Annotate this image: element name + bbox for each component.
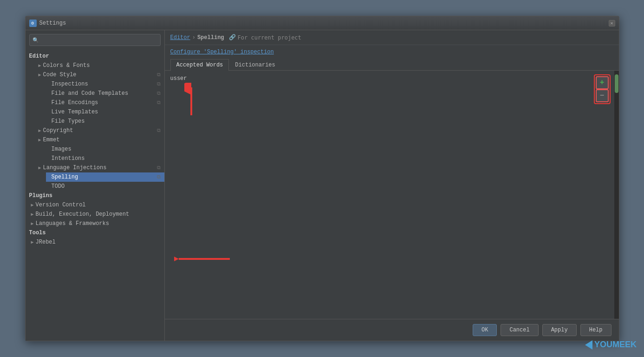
copy-icon: ⧉ xyxy=(157,174,161,180)
watermark: YOUMEEK xyxy=(585,340,637,350)
scrollbar[interactable] xyxy=(614,71,619,319)
expand-arrow-icon: ▶ xyxy=(31,202,34,208)
copy-icon: ⧉ xyxy=(157,91,161,96)
sidebar-item-spelling[interactable]: Spelling ⧉ xyxy=(46,172,164,182)
search-icon: 🔍 xyxy=(33,37,39,43)
sidebar-item-version-control[interactable]: ▶ Version Control xyxy=(26,200,164,210)
sidebar-item-emmet[interactable]: ▶ Emmet xyxy=(33,135,164,145)
version-control-label: Version Control xyxy=(36,202,86,208)
expand-arrow-icon: ▶ xyxy=(39,128,41,133)
word-list: usser xyxy=(165,71,590,319)
spelling-label: Spelling xyxy=(52,174,78,180)
tools-label: Tools xyxy=(29,230,46,236)
sidebar-item-images[interactable]: Images xyxy=(46,145,164,154)
file-encodings-label: File Encodings xyxy=(52,99,98,106)
add-word-button[interactable]: + xyxy=(596,76,609,89)
sidebar-item-tools[interactable]: Tools xyxy=(26,228,164,238)
sidebar-item-todo[interactable]: TODO xyxy=(46,182,164,191)
breadcrumb: Editor › Spelling 🔗 For current project xyxy=(165,30,619,45)
languages-frameworks-label: Languages & Frameworks xyxy=(36,220,109,227)
file-types-label: File Types xyxy=(52,118,85,125)
breadcrumb-separator: › xyxy=(192,34,195,41)
word-with-annotation: usser xyxy=(170,74,187,83)
sidebar-item-plugins[interactable]: Plugins xyxy=(26,191,164,200)
breadcrumb-note: For current project xyxy=(238,34,301,41)
settings-window: ⚙ Settings ✕ 🔍 Editor ▶ Colors & Fonts xyxy=(25,16,619,341)
action-buttons-container: + − xyxy=(594,74,611,104)
images-label: Images xyxy=(52,146,72,152)
sidebar-item-build-execution[interactable]: ▶ Build, Execution, Deployment xyxy=(26,210,164,219)
expand-arrow-icon: ▶ xyxy=(39,63,41,68)
apply-button[interactable]: Apply xyxy=(542,324,577,336)
copyright-label: Copyright xyxy=(43,127,73,134)
breadcrumb-current: Spelling xyxy=(197,34,224,41)
sidebar-item-intentions[interactable]: Intentions xyxy=(46,154,164,163)
main-panel: Editor › Spelling 🔗 For current project … xyxy=(165,30,619,341)
nav-section: Editor ▶ Colors & Fonts ▶ Code Style ⧉ I xyxy=(26,50,164,249)
sidebar-item-editor[interactable]: Editor xyxy=(26,52,164,61)
expand-arrow-icon: ▶ xyxy=(39,72,41,78)
search-input[interactable] xyxy=(41,37,157,43)
sidebar-item-file-encodings[interactable]: File Encodings ⧉ xyxy=(46,98,164,107)
sidebar-item-file-types[interactable]: File Types xyxy=(46,117,164,126)
tabs: Accepted Words Dictionaries xyxy=(165,59,619,71)
up-arrow-annotation xyxy=(184,83,198,117)
configure-inspection-link[interactable]: Configure 'Spelling' inspection xyxy=(165,45,619,59)
sidebar-item-languages-frameworks[interactable]: ▶ Languages & Frameworks xyxy=(26,219,164,228)
remove-word-button[interactable]: − xyxy=(596,89,609,102)
tab-accepted-words[interactable]: Accepted Words xyxy=(170,59,229,71)
build-execution-label: Build, Execution, Deployment xyxy=(36,211,130,218)
tab-content: usser xyxy=(165,71,619,319)
sidebar-item-code-style[interactable]: ▶ Code Style ⧉ xyxy=(33,70,164,79)
sidebar-item-inspections[interactable]: Inspections ⧉ xyxy=(46,79,164,89)
expand-arrow-icon: ▶ xyxy=(31,239,34,245)
close-button[interactable]: ✕ xyxy=(609,20,615,26)
breadcrumb-editor-link[interactable]: Editor xyxy=(170,34,190,41)
sidebar-item-live-templates[interactable]: Live Templates xyxy=(46,107,164,117)
footer: OK Cancel Apply Help xyxy=(165,319,619,341)
sidebar-item-copyright[interactable]: ▶ Copyright ⧉ xyxy=(33,126,164,135)
copy-icon: ⧉ xyxy=(157,72,161,78)
copy-icon: ⧉ xyxy=(157,100,161,106)
watermark-arrow-icon xyxy=(585,340,592,350)
main-content: 🔍 Editor ▶ Colors & Fonts ▶ Code Style xyxy=(26,30,619,341)
file-code-templates-label: File and Code Templates xyxy=(52,90,129,97)
todo-label: TODO xyxy=(52,183,65,190)
copy-icon: ⧉ xyxy=(157,165,161,171)
language-injections-sub: Spelling ⧉ TODO xyxy=(33,172,164,191)
side-buttons: + − xyxy=(590,71,614,319)
search-box[interactable]: 🔍 xyxy=(29,34,161,46)
live-templates-label: Live Templates xyxy=(52,109,98,115)
emmet-label: Emmet xyxy=(43,137,60,143)
help-button[interactable]: Help xyxy=(580,324,611,336)
copy-icon: ⧉ xyxy=(157,81,161,87)
expand-arrow-icon: ▶ xyxy=(31,221,34,226)
jrebel-label: JRebel xyxy=(36,239,56,245)
scrollbar-thumb[interactable] xyxy=(615,74,618,93)
sidebar-item-file-code-templates[interactable]: File and Code Templates ⧉ xyxy=(46,89,164,98)
sidebar: 🔍 Editor ▶ Colors & Fonts ▶ Code Style xyxy=(26,30,165,341)
editor-label: Editor xyxy=(29,53,49,60)
sidebar-item-language-injections[interactable]: ▶ Language Injections ⧉ xyxy=(33,163,164,172)
left-arrow-annotation xyxy=(174,252,230,268)
expand-arrow-icon: ▶ xyxy=(39,137,41,143)
title-bar: ⚙ Settings ✕ xyxy=(26,16,619,30)
window-title: Settings xyxy=(39,20,609,26)
watermark-text: YOUMEEK xyxy=(594,340,637,350)
sidebar-item-colors-fonts[interactable]: ▶ Colors & Fonts xyxy=(33,61,164,70)
ok-button[interactable]: OK xyxy=(473,324,497,336)
language-injections-label: Language Injections xyxy=(43,165,107,171)
intentions-label: Intentions xyxy=(52,155,85,162)
colors-fonts-label: Colors & Fonts xyxy=(43,62,90,69)
code-style-sub: Inspections ⧉ File and Code Templates ⧉ … xyxy=(33,79,164,126)
word-item[interactable]: usser xyxy=(170,74,187,83)
breadcrumb-note-icon: 🔗 xyxy=(229,34,236,41)
tab-dictionaries[interactable]: Dictionaries xyxy=(229,59,281,71)
inspections-label: Inspections xyxy=(52,81,88,87)
window-icon: ⚙ xyxy=(29,20,37,27)
editor-sub: ▶ Colors & Fonts ▶ Code Style ⧉ Inspecti… xyxy=(26,61,164,191)
code-style-label: Code Style xyxy=(43,72,77,78)
cancel-button[interactable]: Cancel xyxy=(501,324,538,336)
sidebar-item-jrebel[interactable]: ▶ JRebel xyxy=(26,238,164,247)
copy-icon: ⧉ xyxy=(157,128,161,133)
